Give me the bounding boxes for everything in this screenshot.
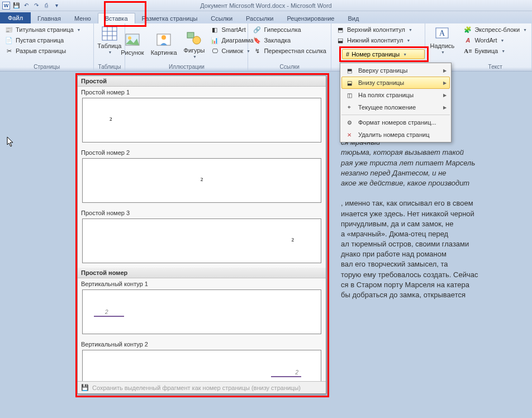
- chevron-down-icon: ▼: [77, 28, 81, 32]
- tab-insert[interactable]: Вставка: [98, 13, 135, 23]
- page-number-gallery: Простой Простой номер 1 2 Простой номер …: [77, 75, 326, 394]
- page-number-icon: #: [346, 51, 349, 58]
- clipart-icon: [155, 32, 173, 48]
- gallery-header-simple: Простой: [78, 76, 326, 87]
- gallery-item-title: Простой номер 2: [78, 147, 326, 157]
- shapes-icon: [185, 30, 203, 46]
- group-pages: 📰 Титульная страница ▼ 📄 Пустая страница…: [0, 23, 94, 71]
- chevron-down-icon: ▼: [193, 55, 197, 59]
- wordart-button[interactable]: A WordArt ▼: [461, 35, 506, 45]
- tab-home[interactable]: Главная: [31, 13, 68, 23]
- chevron-down-icon: ▼: [406, 39, 410, 42]
- svg-rect-0: [102, 27, 117, 40]
- redo-icon[interactable]: ↷: [32, 2, 40, 10]
- tab-menu[interactable]: Меню: [68, 13, 98, 23]
- quickparts-icon: 🧩: [463, 25, 472, 34]
- page-number-button[interactable]: # Номер страницы ▼: [342, 49, 425, 59]
- shapes-button[interactable]: Фигуры ▼: [180, 25, 208, 64]
- wordart-icon: A: [463, 36, 472, 45]
- submenu-bottom-of-page[interactable]: ⬓ Внизу страницы ▶: [341, 77, 450, 89]
- page-break-button[interactable]: ✂ Разрыв страницы: [2, 46, 68, 56]
- chevron-down-icon: ▼: [441, 50, 445, 54]
- cover-page-button[interactable]: 📰 Титульная страница ▼: [2, 25, 83, 35]
- undo-icon[interactable]: ↶: [22, 2, 30, 10]
- tab-file[interactable]: Файл: [0, 12, 31, 23]
- group-illustrations: Рисунок Картинка Фигуры ▼ ◧ SmartArt: [125, 23, 248, 71]
- ribbon: 📰 Титульная страница ▼ 📄 Пустая страница…: [0, 23, 532, 72]
- qat-customize-icon[interactable]: ▾: [53, 2, 60, 10]
- print-icon[interactable]: ⎙: [42, 2, 50, 10]
- page-margins-icon: ◫: [345, 91, 354, 99]
- textbox-icon: A: [433, 26, 451, 41]
- chevron-down-icon: ▼: [408, 28, 412, 32]
- gallery-item-simple-3[interactable]: 2: [82, 218, 321, 263]
- clipart-button[interactable]: Картинка: [148, 25, 180, 64]
- bookmark-button[interactable]: 🔖 Закладка: [250, 35, 293, 45]
- table-icon: [101, 26, 118, 41]
- gallery-item-vertical-1[interactable]: 2: [82, 289, 321, 334]
- chevron-down-icon: ▼: [403, 53, 407, 56]
- save-icon[interactable]: 💾: [12, 2, 20, 10]
- svg-point-10: [193, 36, 201, 44]
- crossref-button[interactable]: ↯ Перекрестная ссылка: [250, 46, 329, 56]
- current-position-icon: ⌖: [345, 103, 354, 112]
- bookmark-icon: 🔖: [253, 36, 262, 45]
- chart-icon: 📊: [210, 36, 219, 45]
- svg-point-8: [162, 35, 166, 40]
- smartart-icon: ◧: [210, 25, 219, 34]
- title-bar: W 💾 ↶ ↷ ⎙ ▾ Документ Microsoft Word.docx…: [0, 0, 532, 11]
- chevron-right-icon: ▶: [443, 93, 446, 98]
- tab-mailings[interactable]: Рассылки: [239, 13, 280, 23]
- blank-page-icon: 📄: [4, 36, 13, 45]
- svg-point-6: [128, 36, 131, 40]
- tab-layout[interactable]: Разметка страницы: [135, 13, 205, 23]
- hyperlink-icon: 🔗: [253, 25, 262, 34]
- chevron-down-icon: ▼: [501, 39, 505, 42]
- submenu-remove-page-numbers[interactable]: ✕ Удалить номера страниц: [341, 129, 450, 141]
- remove-icon: ✕: [345, 130, 354, 139]
- tab-review[interactable]: Рецензирование: [280, 13, 341, 23]
- submenu-page-margins[interactable]: ◫ На полях страницы ▶: [341, 89, 450, 101]
- svg-rect-9: [187, 32, 194, 38]
- quick-access-toolbar: W 💾 ↶ ↷ ⎙ ▾: [0, 2, 60, 10]
- submenu-current-position[interactable]: ⌖ Текущее положение ▶: [341, 101, 450, 113]
- gallery-item-title: Простой номер 1: [78, 87, 326, 97]
- footer-icon: ⬓: [336, 36, 345, 45]
- header-button[interactable]: ⬒ Верхний колонтитул ▼: [334, 25, 415, 35]
- ribbon-tabs: Файл Главная Меню Вставка Разметка стран…: [0, 11, 532, 23]
- window-title: Документ Microsoft Word.docx - Microsoft…: [200, 2, 331, 9]
- chevron-down-icon: ▼: [501, 49, 505, 53]
- crossref-icon: ↯: [253, 46, 262, 55]
- page-break-icon: ✂: [4, 46, 13, 55]
- tab-view[interactable]: Вид: [341, 13, 365, 23]
- gallery-item-title: Вертикальный контур 1: [78, 278, 326, 288]
- blank-page-button[interactable]: 📄 Пустая страница: [2, 35, 66, 45]
- tab-references[interactable]: Ссылки: [204, 13, 239, 23]
- picture-button[interactable]: Рисунок: [117, 25, 148, 64]
- submenu-format-page-numbers[interactable]: ⚙ Формат номеров страниц...: [341, 116, 450, 129]
- word-app-icon: W: [2, 2, 10, 10]
- gallery-header-simple-number: Простой номер: [78, 268, 326, 278]
- header-icon: ⬒: [336, 25, 345, 34]
- document-text: і увидел в ся мрачный тюрьма, которая вы…: [341, 127, 509, 300]
- hyperlink-button[interactable]: 🔗 Гиперссылка: [250, 25, 303, 35]
- dropcap-icon: A≡: [463, 46, 472, 55]
- footer-button[interactable]: ⬓ Нижний колонтитул ▼: [334, 35, 412, 45]
- textbox-button[interactable]: A Надпись ▼: [427, 25, 458, 55]
- gallery-save-selection: 💾 Сохранить выделенный фрагмент как номе…: [78, 381, 326, 393]
- page-number-submenu: ⬒ Вверху страницы ▶ ⬓ Внизу страницы ▶ ◫…: [340, 63, 452, 142]
- group-text: 🧩 Экспресс-блоки ▼ A WordArt ▼ A≡ Буквиц…: [459, 23, 532, 71]
- chevron-down-icon: ▼: [108, 50, 112, 54]
- picture-icon: [124, 32, 141, 48]
- gallery-item-simple-2[interactable]: 2: [82, 158, 321, 203]
- screenshot-icon: 🖵: [210, 46, 219, 55]
- gallery-item-simple-1[interactable]: 2: [82, 98, 321, 142]
- page-bottom-icon: ⬓: [345, 78, 354, 87]
- dropcap-button[interactable]: A≡ Буквица ▼: [461, 46, 507, 56]
- decoration-line: [94, 316, 124, 317]
- page-top-icon: ⬒: [345, 66, 354, 75]
- mouse-cursor-icon: [7, 136, 15, 150]
- gallery-item-title: Простой номер 3: [78, 207, 326, 217]
- quickparts-button[interactable]: 🧩 Экспресс-блоки ▼: [461, 25, 529, 35]
- submenu-top-of-page[interactable]: ⬒ Вверху страницы ▶: [341, 64, 450, 77]
